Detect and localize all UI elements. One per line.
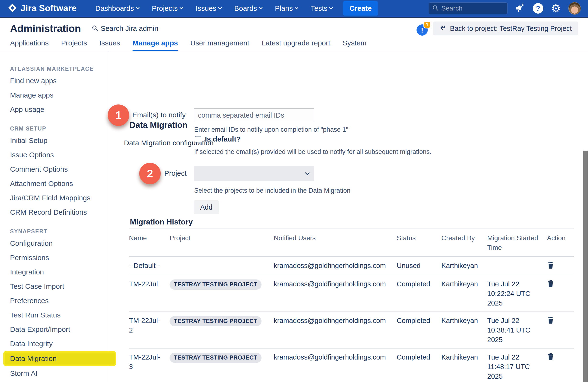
- sidebar-item-configuration[interactable]: Configuration: [10, 236, 109, 250]
- back-to-project-button[interactable]: Back to project: TestRay Testing Project: [433, 22, 578, 35]
- user-avatar[interactable]: [568, 2, 581, 15]
- chevron-down-icon: [218, 6, 222, 10]
- tab-applications[interactable]: Applications: [10, 39, 49, 51]
- tab-user-management[interactable]: User management: [190, 39, 249, 51]
- sidebar-item-test-case-import[interactable]: Test Case Import: [10, 279, 109, 293]
- sidebar-section-marketplace: ATLASSIAN MARKETPLACE: [10, 64, 109, 74]
- tab-issues[interactable]: Issues: [99, 39, 120, 51]
- sidebar-item-data-integrity[interactable]: Data Integrity: [10, 337, 109, 351]
- sidebar-item-manage-apps[interactable]: Manage apps: [10, 88, 109, 102]
- sidebar-item-integration[interactable]: Integration: [10, 265, 109, 279]
- settings-button[interactable]: ⚙: [551, 3, 561, 14]
- cell-action: [547, 257, 574, 275]
- sidebar-item-storm-ai[interactable]: Storm AI: [10, 366, 109, 381]
- tab-system[interactable]: System: [343, 39, 367, 51]
- cell-started: [487, 257, 547, 275]
- is-default-checkbox[interactable]: [195, 136, 201, 142]
- search-icon: [432, 5, 439, 12]
- sidebar-item-crm-record-definitions[interactable]: CRM Record Definitions: [10, 205, 109, 220]
- help-button[interactable]: ?: [533, 3, 543, 14]
- tab-projects[interactable]: Projects: [61, 39, 87, 51]
- table-row: --Default-- kramadoss@goldfingerholdings…: [129, 257, 574, 275]
- nav-dashboards[interactable]: Dashboards: [95, 4, 139, 12]
- cell-status: Completed: [397, 348, 441, 382]
- col-migration-started-time: Migration Started Time: [487, 229, 547, 257]
- top-navigation: Jira Software Dashboards Projects Issues…: [0, 0, 588, 18]
- admin-search[interactable]: Search Jira admin: [92, 24, 158, 32]
- global-search-input[interactable]: [441, 4, 499, 12]
- tab-latest-upgrade-report[interactable]: Latest upgrade report: [262, 39, 330, 51]
- jira-brand[interactable]: Jira Software: [7, 3, 77, 14]
- cell-name: TM-22Jul: [129, 275, 169, 312]
- sidebar-item-attachment-options[interactable]: Attachment Options: [10, 177, 109, 191]
- nav-tests[interactable]: Tests: [311, 4, 333, 12]
- sidebar-item-issue-options[interactable]: Issue Options: [10, 148, 109, 162]
- sidebar-item-data-export-import[interactable]: Data Export/Import: [10, 322, 109, 337]
- nav-issues[interactable]: Issues: [196, 4, 221, 12]
- sidebar-item-preferences[interactable]: Preferences: [10, 293, 109, 308]
- add-button[interactable]: Add: [194, 200, 219, 214]
- cell-name: --Default--: [129, 257, 169, 275]
- cell-project: TESTRAY TESTING PROJECT: [169, 348, 274, 382]
- cell-created-by: Karthikeyan: [441, 312, 487, 348]
- global-search[interactable]: [429, 2, 507, 14]
- sidebar-item-find-new-apps[interactable]: Find new apps: [10, 74, 109, 88]
- sidebar-item-permissions[interactable]: Permissions: [10, 250, 109, 265]
- sidebar-item-comment-options[interactable]: Comment Options: [10, 162, 109, 177]
- cell-project: TESTRAY TESTING PROJECT: [169, 312, 274, 348]
- cell-notified: kramadoss@goldfingerholdings.com: [274, 348, 397, 382]
- cell-started: Tue Jul 22 10:38:41 UTC 2025: [487, 312, 547, 348]
- annotation-step-1: 1: [108, 105, 129, 126]
- page-scrollbar[interactable]: [583, 151, 588, 382]
- cell-project: [169, 257, 274, 275]
- nav-boards[interactable]: Boards: [234, 4, 262, 12]
- admin-tabs: Applications Projects Issues Manage apps…: [0, 39, 588, 51]
- announcements-button[interactable]: [515, 3, 525, 14]
- annotation-step-2: 2: [139, 163, 161, 184]
- sidebar-item-test-run-status[interactable]: Test Run Status: [10, 308, 109, 322]
- sidebar-item-initial-setup[interactable]: Initial Setup: [10, 133, 109, 148]
- cell-action: [547, 348, 574, 382]
- notification-badge: 1: [423, 21, 431, 28]
- chevron-down-icon: [295, 6, 298, 10]
- migration-history-table: Name Project Notified Users Status Creat…: [129, 228, 574, 382]
- col-action: Action: [547, 229, 574, 257]
- delete-button[interactable]: [547, 352, 554, 362]
- delete-button[interactable]: [547, 261, 554, 270]
- notification-button[interactable]: ! 1: [417, 22, 428, 34]
- tab-manage-apps[interactable]: Manage apps: [133, 39, 178, 51]
- cell-created-by: Karthikeyan: [441, 257, 487, 275]
- col-created-by: Created By: [441, 229, 487, 257]
- project-select[interactable]: [194, 166, 314, 181]
- cell-started: Tue Jul 22 11:48:17 UTC 2025: [487, 348, 547, 382]
- admin-sidebar: ATLASSIAN MARKETPLACE Find new apps Mana…: [0, 51, 109, 382]
- is-default-row: Is default?: [195, 135, 241, 143]
- sidebar-item-jira-crm-field-mappings[interactable]: Jira/CRM Field Mappings: [10, 191, 109, 205]
- chevron-down-icon: [136, 6, 140, 10]
- cell-notified: kramadoss@goldfingerholdings.com: [274, 257, 397, 275]
- table-row: TM-22Jul-2 TESTRAY TESTING PROJECT krama…: [129, 312, 574, 348]
- main-content: Data Migration Data Migration configurat…: [109, 51, 588, 382]
- col-notified-users: Notified Users: [274, 229, 397, 257]
- col-name: Name: [129, 229, 169, 257]
- sidebar-section-synapsert: SYNAPSERT: [10, 227, 109, 236]
- cell-status: Completed: [397, 275, 441, 312]
- nav-plans[interactable]: Plans: [275, 4, 298, 12]
- chevron-down-icon: [329, 6, 333, 10]
- delete-button[interactable]: [547, 316, 554, 325]
- highlight-marker: Data Migration: [3, 351, 116, 366]
- cell-notified: kramadoss@goldfingerholdings.com: [274, 275, 397, 312]
- email-input[interactable]: [194, 108, 314, 122]
- is-default-help-text: If selected the email(s) provided will b…: [194, 148, 432, 156]
- create-button[interactable]: Create: [343, 1, 378, 16]
- sidebar-section-crm-setup: CRM SETUP: [10, 124, 109, 133]
- project-field-label: Project: [164, 169, 187, 177]
- project-help-text: Select the projects to be included in th…: [194, 187, 350, 194]
- nav-projects[interactable]: Projects: [152, 4, 183, 12]
- sidebar-item-app-usage[interactable]: App usage: [10, 102, 109, 117]
- brand-name: Jira Software: [21, 3, 77, 13]
- sidebar-item-data-migration[interactable]: Data Migration: [5, 353, 115, 364]
- delete-button[interactable]: [547, 279, 554, 289]
- cell-name: TM-22Jul-2: [129, 312, 169, 348]
- cell-action: [547, 312, 574, 348]
